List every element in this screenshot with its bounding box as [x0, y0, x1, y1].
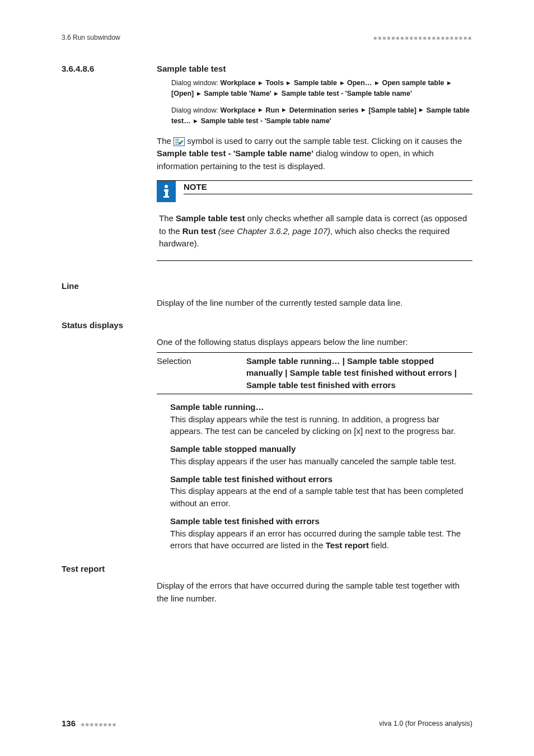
- def-finished-ok: Sample table test finished without error…: [170, 473, 472, 510]
- def-running: Sample table running… This display appea…: [170, 401, 472, 437]
- report-text: Display of the errors that have occurred…: [157, 580, 472, 605]
- header-decorative-dots: ■■■■■■■■■■■■■■■■■■■■■■: [373, 35, 472, 41]
- header-left: 3.6 Run subwindow: [62, 34, 120, 41]
- svg-rect-2: [165, 189, 168, 197]
- info-icon: [157, 181, 176, 202]
- note-body: The Sample table test only checks whethe…: [157, 202, 472, 260]
- svg-rect-3: [163, 196, 169, 198]
- def-finished-error: Sample table test finished with errors T…: [170, 515, 472, 552]
- footer-decorative-dots: ■■■■■■■■: [81, 721, 117, 727]
- svg-point-0: [165, 185, 168, 188]
- line-text: Display of the line number of the curren…: [157, 297, 472, 310]
- note-box: NOTE The Sample table test only checks w…: [157, 180, 472, 261]
- section-title: Sample table test: [157, 64, 472, 73]
- footer-left: 136 ■■■■■■■■: [62, 718, 117, 728]
- line-label: Line: [62, 281, 79, 291]
- dialog-path-1: Dialog window: Workplace ▶ Tools ▶ Sampl…: [171, 78, 472, 100]
- sample-table-test-icon: [174, 137, 185, 146]
- status-label: Status displays: [62, 320, 123, 330]
- def-stopped: Sample table stopped manually This displ…: [170, 443, 472, 468]
- report-label: Test report: [62, 564, 105, 573]
- selection-label: Selection: [157, 355, 246, 391]
- status-intro: One of the following status displays app…: [157, 336, 472, 349]
- footer-right: viva 1.0 (for Process analysis): [379, 720, 472, 727]
- section-number: 3.6.4.8.6: [62, 64, 94, 73]
- page-number: 136: [62, 718, 76, 728]
- intro-paragraph: The symbol is used to carry out the samp…: [157, 135, 472, 173]
- note-title: NOTE: [184, 181, 472, 194]
- selection-value: Sample table running… | Sample table sto…: [246, 355, 472, 391]
- dialog-path-2: Dialog window: Workplace ▶ Run ▶ Determi…: [171, 105, 472, 127]
- selection-table: Selection Sample table running… | Sample…: [157, 352, 472, 394]
